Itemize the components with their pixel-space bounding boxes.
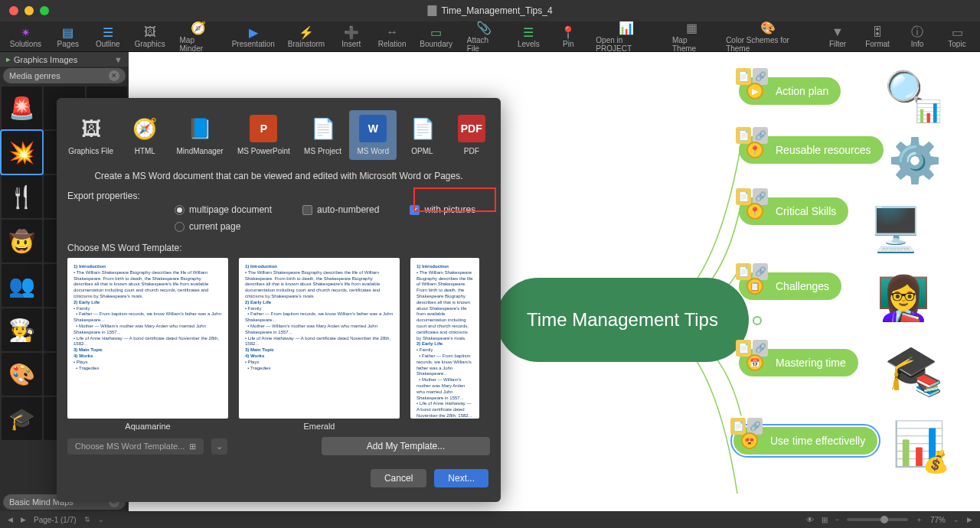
graphics-cell[interactable]: 🧑‍🍳 <box>2 308 42 351</box>
template-combo-chevron[interactable]: ⌄ <box>211 438 227 455</box>
topic-reusable-resources[interactable]: 📄🔗📍Reusable resources <box>739 136 884 164</box>
format-ms-powerpoint[interactable]: PMS PowerPoint <box>231 110 296 160</box>
toolbar-solutions[interactable]: ✴Solutions <box>5 23 47 50</box>
toolbar-brainstorm[interactable]: ⚡Brainstorm <box>283 23 330 50</box>
window-minimize[interactable] <box>24 6 34 15</box>
topic-use-time-effectivelly[interactable]: 📄🔗😍Use time effectivelly <box>733 427 877 455</box>
window-title: Time_Management_Tips_4 <box>441 5 552 16</box>
export-dialog: 🖼Graphics File🧭HTML📘MindManagerPMS Power… <box>57 98 501 502</box>
notes-icon[interactable]: 📄 <box>736 127 751 144</box>
radio-multipage[interactable]: multipage document <box>175 204 272 215</box>
toolbar-pages[interactable]: ▤Pages <box>50 23 87 50</box>
toolbar-color-schemes-for-theme[interactable]: 🎨Color Schemes for Theme <box>720 19 816 54</box>
window-zoom[interactable] <box>40 6 49 15</box>
zoom-value: 77% <box>930 516 946 524</box>
notes-icon[interactable]: 📄 <box>736 340 751 357</box>
toolbar-map-minder[interactable]: 🧭Map Minder <box>174 19 224 54</box>
toolbar-presentation[interactable]: ▶Presentation <box>227 23 279 50</box>
toolbar-graphics[interactable]: 🖼Graphics <box>129 23 171 50</box>
main-toolbar: ✴Solutions▤Pages☰Outline🖼Graphics🧭Map Mi… <box>0 21 980 52</box>
connector-hub[interactable] <box>753 316 762 325</box>
graphics-cell[interactable]: 🤠 <box>2 220 42 262</box>
format-ms-word[interactable]: WMS Word <box>349 110 397 160</box>
decorative-icon: 🎓📚 <box>880 337 942 398</box>
notes-icon[interactable]: 📄 <box>736 188 751 205</box>
page-menu[interactable]: ⌄ <box>98 516 104 523</box>
decorative-icon: 👩‍🏫 <box>873 268 934 329</box>
chevron-right-icon[interactable]: ▶ <box>967 516 972 523</box>
topic-challenges[interactable]: 📄🔗📋Challenges <box>739 272 841 300</box>
toolbar-topic[interactable]: ▭Topic <box>939 23 975 50</box>
toolbar-filter[interactable]: ▼Filter <box>819 23 856 50</box>
topic-bullet-icon: 😍 <box>741 432 758 449</box>
toolbar-map-theme[interactable]: ▦Map Theme <box>666 19 717 54</box>
graphics-cell[interactable]: 👥 <box>2 264 42 307</box>
view-icon[interactable]: 👁 <box>806 516 814 524</box>
add-template-button[interactable]: Add My Template... <box>322 437 490 455</box>
topic-bullet-icon: 📍 <box>746 142 763 158</box>
template-row: 1) Introduction• The William Shakespeare… <box>57 258 501 431</box>
zoom-slider[interactable] <box>847 518 908 521</box>
notes-icon[interactable]: 📄 <box>730 418 746 435</box>
zoom-menu[interactable]: ⌄ <box>953 516 959 523</box>
page-stepper[interactable]: ⇅ <box>84 516 90 523</box>
topic-bullet-icon: 📅 <box>746 354 763 371</box>
decorative-icon: 🔍📊 <box>880 63 942 124</box>
template-combo[interactable]: Choose MS Word Template...⊞ <box>67 438 204 455</box>
format-pdf[interactable]: PDFPDF <box>448 110 495 160</box>
toolbar-pin[interactable]: 📍Pin <box>550 23 586 50</box>
toolbar-outline[interactable]: ☰Outline <box>90 23 126 50</box>
toolbar-boundary[interactable]: ▭Boundary <box>414 23 457 50</box>
template-Emerald[interactable]: 1) Introduction• The William Shakespeare… <box>239 258 400 431</box>
topic-bullet-icon: ▶ <box>746 83 763 99</box>
grid-icon[interactable]: ⊞ <box>822 516 828 524</box>
zoom-out[interactable]: − <box>835 516 839 523</box>
graphics-cell[interactable]: 🎨 <box>2 353 42 396</box>
template-label: Choose MS Word Template: <box>57 235 501 258</box>
next-button[interactable]: Next... <box>434 469 488 487</box>
highlight-annotation <box>413 187 496 212</box>
notes-icon[interactable]: 📄 <box>736 68 751 85</box>
chevron-right-icon[interactable]: ▶ <box>21 516 26 523</box>
decorative-icon: 📊💰 <box>888 413 949 474</box>
page-indicator: Page-1 (1/7) <box>34 516 77 524</box>
toolbar-open-in-project[interactable]: 📊Open in PROJECT <box>590 19 663 54</box>
toolbar-insert[interactable]: ➕Insert <box>333 23 370 50</box>
central-topic[interactable]: Time Management Tips <box>496 278 749 362</box>
check-autonumbered[interactable]: auto-numbered <box>302 204 379 215</box>
toolbar-info[interactable]: ⓘInfo <box>899 23 936 50</box>
toolbar-attach-file[interactable]: 📎Attach File <box>461 19 508 54</box>
export-format-row: 🖼Graphics File🧭HTML📘MindManagerPMS Power… <box>57 98 501 168</box>
decorative-icon: ⚙️ <box>884 130 946 191</box>
sidebar-tab-media[interactable]: Media genres✕ <box>3 68 126 83</box>
topic-action-plan[interactable]: 📄🔗▶Action plan <box>739 77 841 105</box>
close-icon[interactable]: ✕ <box>109 70 119 81</box>
chevron-left-icon[interactable]: ◀ <box>8 516 13 523</box>
format-graphics-file[interactable]: 🖼Graphics File <box>62 110 119 160</box>
topic-mastering-time[interactable]: 📄🔗📅Mastering time <box>739 349 858 376</box>
sidebar-tab-graphics[interactable]: ▸Graphics Images▼ <box>0 52 129 67</box>
statusbar: ◀ ▶ Page-1 (1/7) ⇅ ⌄ 👁 ⊞ − ＋ 77% ⌄ ▶ <box>0 511 980 528</box>
format-mindmanager[interactable]: 📘MindManager <box>171 110 230 160</box>
template-preview[interactable]: 1) Introduction• The William Shakespeare… <box>410 258 479 431</box>
zoom-in[interactable]: ＋ <box>916 515 923 525</box>
document-icon <box>427 5 436 16</box>
toolbar-relation[interactable]: ↔Relation <box>373 23 412 50</box>
toolbar-levels[interactable]: ☰Levels <box>510 23 547 50</box>
template-Aquamarine[interactable]: 1) Introduction• The William Shakespeare… <box>67 258 228 431</box>
graphics-cell[interactable]: 💥 <box>2 131 42 174</box>
decorative-icon: 🖥️ <box>865 199 926 260</box>
format-html[interactable]: 🧭HTML <box>121 110 168 160</box>
graphics-cell[interactable]: 🎓 <box>2 397 42 440</box>
cancel-button[interactable]: Cancel <box>371 469 426 487</box>
radio-current-page[interactable]: current page <box>175 221 240 232</box>
window-close[interactable] <box>9 6 18 15</box>
topic-critical-skills[interactable]: 📄🔗📍Critical Skills <box>739 197 848 225</box>
toolbar-format[interactable]: 🎛Format <box>859 23 896 50</box>
format-ms-project[interactable]: 📄MS Project <box>298 110 348 160</box>
topic-bullet-icon: 📋 <box>746 278 763 295</box>
graphics-cell[interactable]: 🚨 <box>2 86 42 129</box>
format-opml[interactable]: 📄OPML <box>399 110 446 160</box>
graphics-cell[interactable]: 🍴 <box>2 175 42 218</box>
notes-icon[interactable]: 📄 <box>736 263 751 280</box>
